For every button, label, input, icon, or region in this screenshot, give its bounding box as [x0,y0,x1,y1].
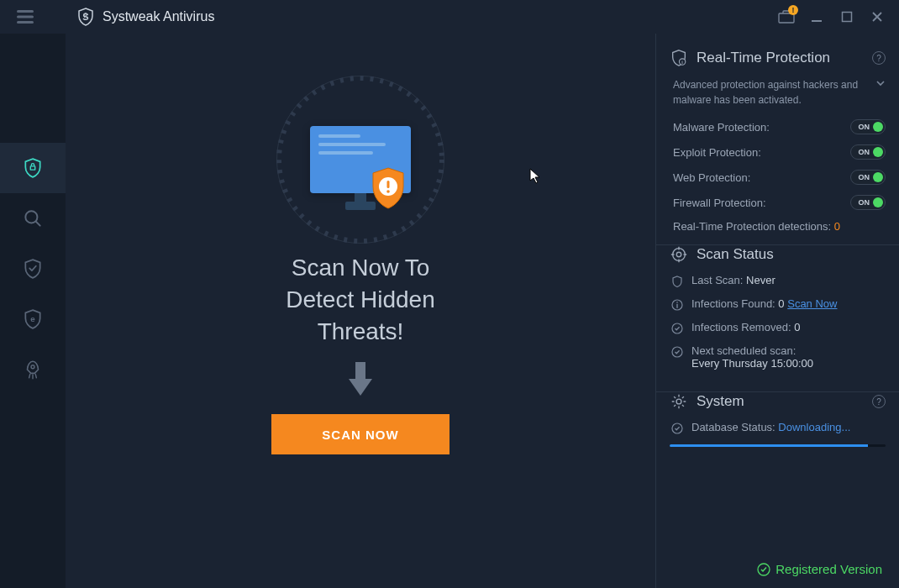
notification-badge: ! [788,5,798,15]
toggle-row-web: Web Protection: ON [670,170,886,185]
realtime-protection-panel: i Real-Time Protection ? Advanced protec… [656,49,899,245]
chevron-down-icon [875,78,886,88]
close-button[interactable] [862,2,892,32]
svg-point-18 [676,252,681,257]
scan-status-title: Scan Status [697,246,886,263]
registered-version-text: Registered Version [775,562,882,576]
scan-now-button[interactable]: SCAN NOW [271,414,449,454]
check-circle-icon [671,323,683,334]
svg-rect-21 [676,304,677,308]
sidebar-item-exploit[interactable]: e [0,294,66,344]
app-logo-icon: S [76,7,96,27]
gear-icon [670,392,688,411]
svg-point-10 [31,365,34,369]
rocket-icon [22,359,44,381]
center-panel: Scan Now To Detect Hidden Threats! SCAN … [66,34,655,588]
svg-rect-7 [30,166,34,170]
scan-now-link[interactable]: Scan Now [787,297,837,310]
last-scan-row: Last Scan: Never [670,274,886,287]
svg-point-14 [386,190,390,193]
shield-info-icon: i [670,49,688,67]
toggle-label: Web Protection: [673,171,750,184]
shield-check-icon [22,258,44,280]
malware-protection-toggle[interactable]: ON [850,119,886,134]
database-download-progress [670,444,886,447]
shield-small-icon [671,276,683,287]
svg-point-25 [672,423,682,433]
sidebar-item-scan[interactable] [0,193,66,244]
svg-rect-2 [17,21,34,24]
hamburger-icon [15,7,35,27]
toggle-row-exploit: Exploit Protection: ON [670,144,886,160]
next-scan-row: Next scheduled scan: Every Thursday 15:0… [670,344,886,370]
svg-rect-5 [812,20,822,22]
app-title: S Systweak Antivirus [76,7,214,27]
svg-point-17 [673,249,686,261]
notifications-button[interactable]: ! [771,2,802,32]
rtp-detections-count: 0 [834,220,840,233]
exploit-protection-toggle[interactable]: ON [850,144,886,160]
info-circle-icon [671,299,683,311]
maximize-icon [841,11,853,23]
app-title-text: Systweak Antivirus [103,9,214,24]
target-icon [670,245,688,264]
toggle-label: Exploit Protection: [673,146,761,159]
warning-shield-icon [370,166,407,210]
svg-rect-13 [387,181,390,188]
right-panel: i Real-Time Protection ? Advanced protec… [655,34,899,588]
main-content: Scan Now To Detect Hidden Threats! SCAN … [66,34,899,588]
svg-text:e: e [30,314,35,323]
minimize-icon [811,11,823,23]
close-icon [871,11,883,23]
scan-illustration [272,84,449,235]
database-status-row: Database Status: Downloading... [670,421,886,434]
arrow-down-icon [345,359,376,399]
svg-rect-0 [17,10,34,13]
toggle-row-malware: Malware Protection: ON [670,119,886,134]
check-circle-icon [671,423,683,434]
svg-point-22 [672,323,682,333]
svg-text:S: S [82,12,88,22]
system-title: System [697,393,864,410]
shield-e-icon: e [22,308,44,330]
maximize-button[interactable] [832,2,862,32]
headline-text: Scan Now To Detect Hidden Threats! [286,252,434,347]
rtp-detections: Real-Time Protection detections: 0 [670,220,886,233]
sidebar-item-optimize[interactable] [0,344,66,395]
rtp-help-button[interactable]: ? [872,51,886,65]
minimize-button[interactable] [802,2,832,32]
web-protection-toggle[interactable]: ON [850,170,886,185]
search-icon [22,207,44,229]
svg-rect-6 [843,13,852,22]
svg-rect-20 [676,302,677,302]
toggle-label: Malware Protection: [673,121,770,134]
scan-status-panel: Scan Status Last Scan: Never Infections … [656,245,899,392]
infections-removed-row: Infections Removed: 0 [670,321,886,334]
sidebar: e [0,34,66,588]
rtp-collapse-button[interactable] [875,77,886,92]
rtp-description: Advanced protection against hackers and … [673,77,869,108]
titlebar: S Systweak Antivirus ! [0,0,899,34]
svg-rect-1 [17,16,34,18]
svg-point-24 [676,399,681,404]
rtp-title: Real-Time Protection [697,50,864,66]
infections-found-row: Infections Found: 0 Scan Now [670,297,886,311]
hamburger-menu-button[interactable] [0,0,50,34]
system-panel: System ? Database Status: Downloading... [656,392,899,459]
app-window: S Systweak Antivirus ! [0,0,899,588]
toggle-row-firewall: Firewall Protection: ON [670,195,886,210]
shield-lock-icon [22,157,44,179]
toggle-label: Firewall Protection: [673,197,766,209]
sidebar-item-protection[interactable] [0,143,66,193]
registered-version-badge: Registered Version [757,562,882,576]
system-help-button[interactable]: ? [872,395,886,408]
check-circle-icon [671,346,683,358]
sidebar-item-quarantine[interactable] [0,244,66,294]
check-circle-icon [757,563,770,576]
firewall-protection-toggle[interactable]: ON [850,195,886,210]
database-status-value: Downloading... [778,421,850,433]
svg-point-23 [672,347,682,357]
